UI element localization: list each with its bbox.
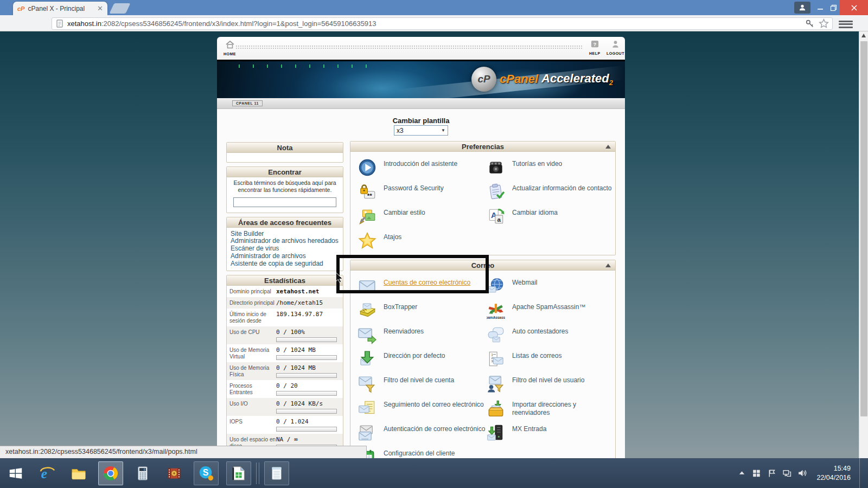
- feature-label[interactable]: Introducción del asistente: [384, 158, 457, 168]
- scrollbar-thumb[interactable]: [860, 41, 867, 416]
- feature-label[interactable]: Filtro del nivel de cuenta: [384, 375, 454, 384]
- feature-item[interactable]: Atajos: [358, 229, 487, 254]
- frequent-link[interactable]: Administrador de archivos: [231, 252, 339, 260]
- feature-item[interactable]: Autenticación de correo electrónico: [358, 421, 487, 446]
- collapse-arrow-icon[interactable]: [605, 264, 611, 267]
- change-language-icon: Aa: [487, 207, 505, 226]
- frequent-link[interactable]: Site Builder: [231, 230, 339, 237]
- feature-item[interactable]: Filtro del nivel de usuario: [487, 373, 615, 397]
- feature-label[interactable]: Dirección por defecto: [384, 350, 445, 360]
- collapse-arrow-icon[interactable]: [605, 145, 611, 149]
- tray-flag-icon[interactable]: [767, 468, 776, 478]
- feature-label[interactable]: Atajos: [384, 232, 401, 241]
- scroll-up-icon[interactable]: [861, 34, 866, 37]
- feature-label[interactable]: Cambiar estilo: [384, 207, 425, 217]
- feature-item[interactable]: Importar direcciones y reenviadores: [487, 397, 615, 421]
- minimize-button[interactable]: [814, 0, 827, 15]
- feature-label[interactable]: Password & Security: [384, 183, 444, 192]
- taskbar-calculator[interactable]: 0: [131, 461, 155, 485]
- svg-text:?: ?: [593, 41, 596, 47]
- frequent-link[interactable]: Escáner de virus: [231, 245, 339, 253]
- start-button[interactable]: [4, 461, 28, 485]
- taskbar-notepad[interactable]: [264, 461, 289, 485]
- feature-label[interactable]: Filtro del nivel de usuario: [512, 375, 584, 384]
- help-button[interactable]: ? HELP: [589, 40, 601, 55]
- frequent-link[interactable]: Asistente de copia de seguridad: [231, 260, 339, 267]
- screen: cP cPanel X - Principal ✕ xetahost.in:20…: [0, 0, 868, 488]
- feature-label[interactable]: MX Entrada: [512, 423, 546, 433]
- feature-item[interactable]: AaCambiar idioma: [487, 205, 615, 229]
- logout-button[interactable]: LOGOUT: [607, 40, 624, 55]
- feature-item[interactable]: Seguimiento del correo electrónico: [358, 397, 487, 421]
- chrome-menu-icon[interactable]: [839, 19, 853, 29]
- feature-label[interactable]: Webmail: [512, 277, 537, 287]
- feature-label[interactable]: Listas de correos: [512, 350, 561, 360]
- tray-windows-icon[interactable]: [752, 468, 761, 478]
- feature-item[interactable]: Tutorías en video: [487, 156, 615, 181]
- feature-item[interactable]: Reenviadores: [358, 324, 487, 348]
- search-input[interactable]: [233, 197, 336, 207]
- find-title: Encontrar: [227, 167, 343, 177]
- feature-item[interactable]: SpamAssassinApache SpamAssassin™: [487, 299, 615, 324]
- taskbar-file-explorer[interactable]: [67, 461, 91, 485]
- feature-label[interactable]: Cambiar idioma: [512, 207, 558, 217]
- feature-label[interactable]: BoxTrapper: [384, 301, 417, 311]
- restore-button[interactable]: [827, 0, 840, 15]
- feature-item[interactable]: MX Entrada: [487, 421, 615, 446]
- stat-row: IOPS0 / 1.024: [227, 416, 343, 434]
- svg-text:**: **: [367, 192, 373, 199]
- forwarders-icon: [358, 326, 376, 344]
- find-box: Encontrar Escriba términos de búsqueda a…: [226, 166, 343, 213]
- template-select[interactable]: x3▼: [394, 125, 448, 136]
- feature-item[interactable]: Configuración del cliente Calendario y d…: [358, 446, 487, 458]
- close-button[interactable]: [840, 0, 868, 15]
- feature-item[interactable]: Actualizar información de contacto: [487, 181, 615, 205]
- taskbar-chrome[interactable]: [98, 461, 123, 485]
- feature-item[interactable]: Webmail: [487, 275, 615, 299]
- new-tab-button[interactable]: [110, 3, 131, 14]
- nota-box: Nota: [226, 142, 343, 163]
- nota-content[interactable]: [227, 153, 343, 162]
- feature-label[interactable]: Tutorías en video: [512, 158, 562, 168]
- feature-label[interactable]: Auto contestadores: [512, 326, 568, 336]
- tray-up-arrow-icon[interactable]: [738, 469, 746, 477]
- show-desktop-button[interactable]: [859, 458, 863, 488]
- key-icon[interactable]: [805, 19, 814, 28]
- frequent-box: Áreas de acceso frecuentes Site BuilderA…: [226, 217, 343, 271]
- taskbar-libreoffice[interactable]: [226, 461, 251, 485]
- profile-icon[interactable]: [794, 2, 810, 14]
- feature-item[interactable]: **Password & Security: [358, 181, 487, 205]
- tray-volume-icon[interactable]: [797, 468, 807, 478]
- section-title[interactable]: Preferencias: [350, 142, 615, 152]
- feature-item[interactable]: Auto contestadores: [487, 324, 615, 348]
- feature-label[interactable]: Seguimiento del correo electrónico: [384, 399, 484, 409]
- feature-label[interactable]: Reenviadores: [384, 326, 424, 336]
- taskbar-internet-explorer[interactable]: e: [35, 461, 59, 485]
- feature-item[interactable]: Cambiar estilo: [358, 205, 487, 229]
- feature-label[interactable]: Actualizar información de contacto: [512, 183, 611, 192]
- feature-item[interactable]: Dirección por defecto: [358, 348, 487, 373]
- page-viewport: HOME ? HELP LOGOUT cP cPanel Accele: [0, 31, 868, 458]
- feature-item[interactable]: Introducción del asistente: [358, 156, 487, 181]
- import-addresses-icon: [487, 399, 505, 418]
- home-button[interactable]: HOME: [224, 40, 236, 56]
- feature-label[interactable]: Autenticación de correo electrónico: [384, 423, 485, 433]
- boxtrapper-icon: [358, 301, 376, 320]
- feature-item[interactable]: 123Listas de correos: [487, 348, 615, 373]
- taskbar-clock[interactable]: 15:49 22/04/2016: [816, 464, 851, 483]
- feature-label[interactable]: Configuración del cliente Calendario y d…: [384, 448, 487, 458]
- bookmark-star-icon[interactable]: [819, 18, 829, 29]
- feature-label[interactable]: Apache SpamAssassin™: [512, 301, 585, 311]
- scrollbar[interactable]: [859, 31, 868, 458]
- browser-tab[interactable]: cP cPanel X - Principal ✕: [13, 2, 107, 15]
- cpanel-favicon: cP: [17, 5, 24, 12]
- taskbar-movie-maker[interactable]: [162, 461, 186, 485]
- tab-close-icon[interactable]: ✕: [96, 4, 104, 12]
- taskbar-skype[interactable]: S: [194, 461, 219, 485]
- frequent-link[interactable]: Administrador de archivos heredados: [231, 237, 339, 245]
- feature-label[interactable]: Importar direcciones y reenviadores: [512, 399, 615, 417]
- tray-network-icon[interactable]: [782, 468, 792, 478]
- feature-item[interactable]: Filtro del nivel de cuenta: [358, 373, 487, 397]
- address-bar[interactable]: xetahost.in:2082/cpsess5346856245/fronte…: [52, 17, 833, 30]
- feature-item[interactable]: BoxTrapper: [358, 299, 487, 324]
